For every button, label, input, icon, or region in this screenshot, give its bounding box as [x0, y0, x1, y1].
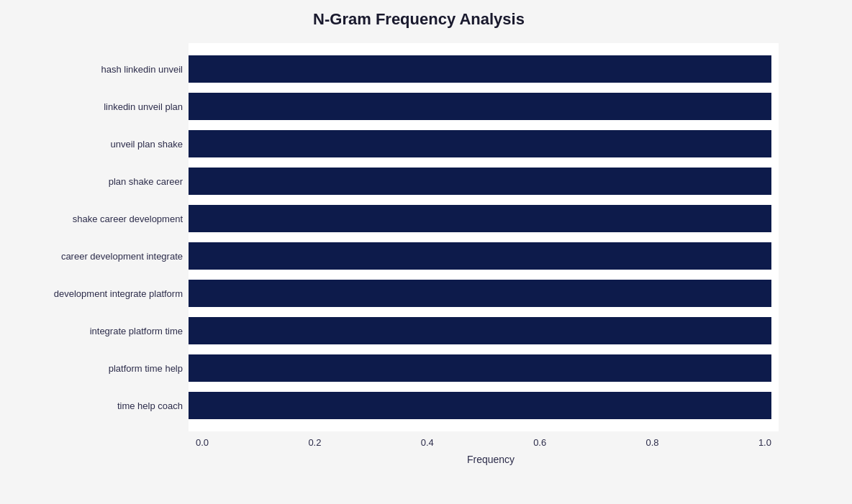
x-tick: 0.0: [196, 437, 209, 448]
bar-label: shake career development: [39, 214, 183, 224]
bar-label: integrate platform time: [39, 326, 183, 336]
bar: [189, 354, 771, 382]
bar-row: integrate platform time: [189, 312, 771, 349]
bar: [189, 55, 771, 83]
bar-label: hash linkedin unveil: [39, 64, 183, 75]
bar-row: linkedin unveil plan: [189, 88, 771, 125]
bar: [189, 205, 771, 232]
bar: [189, 93, 771, 120]
bar-label: plan shake career: [39, 176, 183, 187]
x-tick: 1.0: [758, 437, 771, 448]
x-tick: 0.2: [308, 437, 321, 448]
bar: [189, 242, 771, 270]
bar: [189, 130, 771, 157]
chart-container: N-Gram Frequency Analysis hash linkedin …: [30, 0, 822, 504]
bar-row: time help coach: [189, 387, 771, 424]
bar: [189, 168, 771, 195]
x-tick: 0.4: [421, 437, 434, 448]
bar-label: unveil plan shake: [39, 139, 183, 150]
bar-label: career development integrate: [39, 251, 183, 262]
bar-row: hash linkedin unveil: [189, 50, 771, 88]
chart-title: N-Gram Frequency Analysis: [45, 10, 793, 29]
bar-row: platform time help: [189, 349, 771, 387]
bar-label: time help coach: [39, 400, 183, 411]
bar-row: plan shake career: [189, 162, 771, 200]
bar-label: platform time help: [39, 363, 183, 374]
bar-label: linkedin unveil plan: [39, 101, 183, 112]
x-tick: 0.8: [646, 437, 659, 448]
bar: [189, 317, 771, 344]
bar-row: development integrate platform: [189, 275, 771, 312]
bar-row: career development integrate: [189, 237, 771, 275]
bar: [189, 392, 771, 419]
bar-row: unveil plan shake: [189, 125, 771, 162]
bar-row: shake career development: [189, 200, 771, 237]
x-axis-label: Frequency: [189, 454, 793, 465]
chart-area: hash linkedin unveillinkedin unveil plan…: [189, 43, 779, 431]
bar-label: development integrate platform: [39, 288, 183, 299]
bar: [189, 280, 771, 307]
x-axis: 0.00.20.40.60.81.0: [189, 437, 779, 448]
x-tick: 0.6: [533, 437, 546, 448]
